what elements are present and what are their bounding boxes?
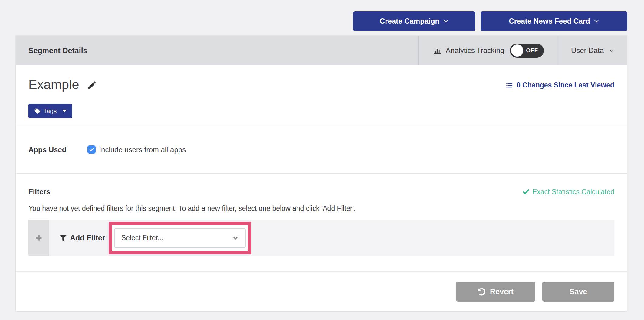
- apps-used-section: Apps Used Include users from all apps: [16, 126, 627, 174]
- bar-chart-icon: [433, 46, 442, 55]
- chevron-down-icon: [609, 48, 614, 53]
- tags-button[interactable]: Tags: [28, 104, 72, 118]
- create-campaign-button[interactable]: Create Campaign: [353, 11, 475, 31]
- segment-details-card: Segment Details Analytics Tracking OFF: [15, 35, 627, 312]
- add-filter-label: Add Filter: [70, 233, 105, 242]
- filters-title: Filters: [28, 188, 50, 196]
- card-header: Segment Details Analytics Tracking OFF: [16, 36, 627, 65]
- filters-header-row: Filters Exact Statistics Calculated: [28, 188, 614, 196]
- exact-statistics-status: Exact Statistics Calculated: [523, 188, 614, 196]
- chevron-down-icon: [232, 235, 238, 241]
- user-data-label: User Data: [571, 46, 604, 55]
- screen: Create Campaign Create News Feed Card Se…: [0, 0, 644, 320]
- segment-title-row: Example: [28, 77, 97, 92]
- filter-funnel-icon: [60, 235, 67, 241]
- include-all-apps-checkbox[interactable]: [87, 145, 96, 154]
- create-campaign-label: Create Campaign: [380, 17, 439, 25]
- create-news-feed-card-button[interactable]: Create News Feed Card: [481, 11, 627, 31]
- undo-icon: [478, 288, 485, 296]
- check-icon: [523, 188, 529, 195]
- segment-name: Example: [28, 77, 79, 92]
- annotation-highlight-box: Select Filter...: [109, 222, 251, 254]
- analytics-tracking-toggle[interactable]: OFF: [510, 44, 544, 58]
- filters-description: You have not yet defined filters for thi…: [28, 204, 614, 213]
- chevron-down-icon: [443, 18, 448, 24]
- analytics-tracking-group: Analytics Tracking OFF: [418, 36, 558, 65]
- revert-button-label: Revert: [490, 287, 514, 296]
- create-news-feed-card-label: Create News Feed Card: [509, 17, 590, 25]
- revert-button[interactable]: Revert: [456, 282, 535, 302]
- exact-statistics-label: Exact Statistics Calculated: [532, 188, 614, 196]
- toggle-state-label: OFF: [526, 47, 538, 54]
- add-filter-label-group: Add Filter: [60, 233, 105, 242]
- analytics-tracking-label: Analytics Tracking: [446, 46, 504, 55]
- plus-icon: [35, 234, 42, 241]
- pencil-icon[interactable]: [87, 80, 97, 90]
- add-filter-panel: Add Filter Select Filter...: [28, 220, 614, 256]
- chevron-down-icon: [594, 18, 599, 24]
- tag-icon: [34, 108, 41, 114]
- filter-select-value: Select Filter...: [121, 234, 232, 242]
- list-icon: [505, 81, 513, 89]
- segment-name-section: Example 0 Changes Since Last Viewed: [16, 65, 627, 126]
- include-all-apps-label: Include users from all apps: [99, 145, 186, 154]
- page-title: Segment Details: [16, 36, 418, 65]
- tags-button-label: Tags: [43, 107, 57, 115]
- top-action-bar: Create Campaign Create News Feed Card: [353, 11, 627, 31]
- checkmark-icon: [89, 147, 94, 152]
- filter-select[interactable]: Select Filter...: [114, 228, 246, 248]
- changes-since-last-viewed-link[interactable]: 0 Changes Since Last Viewed: [505, 81, 614, 89]
- filters-section: Filters Exact Statistics Calculated You …: [16, 174, 627, 272]
- caret-down-icon: [62, 110, 67, 112]
- add-filter-plus-button[interactable]: [28, 220, 49, 256]
- card-footer: Revert Save: [16, 272, 627, 312]
- toggle-knob: [511, 44, 523, 57]
- save-button-label: Save: [570, 287, 587, 296]
- user-data-dropdown[interactable]: User Data: [558, 36, 627, 65]
- changes-link-label: 0 Changes Since Last Viewed: [517, 81, 614, 89]
- save-button[interactable]: Save: [542, 282, 614, 302]
- apps-used-label: Apps Used: [28, 145, 66, 154]
